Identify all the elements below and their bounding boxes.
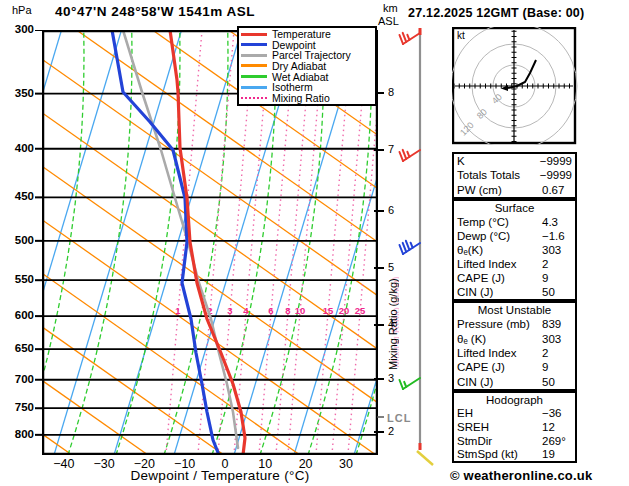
table-row-label: Lifted Index [457, 347, 516, 359]
surface-wind-marker [417, 451, 433, 465]
table-row-label: Totals Totals [457, 169, 520, 181]
table-row-label: Lifted Index [457, 258, 516, 270]
table-row-value: 50 [542, 376, 572, 388]
pressure-label: 500 [6, 234, 34, 246]
table-row-value: 9 [542, 361, 572, 373]
table-row-value: 303 [542, 244, 572, 256]
table-row: EH−36 [457, 407, 572, 419]
table-row-label: CAPE (J) [457, 272, 505, 284]
table-row: θₑ(K)303 [457, 244, 572, 256]
pressure-label: 650 [6, 342, 34, 354]
table-row-value: 303 [542, 333, 572, 345]
table-row-value: 269° [542, 435, 572, 447]
legend-label: Dewpoint [272, 40, 316, 50]
legend-swatch [241, 64, 267, 67]
mixing-ratio-value: 8 [285, 305, 290, 316]
pressure-label: 700 [6, 373, 34, 385]
legend-label: Wet Adiabat [272, 72, 328, 82]
wind-barb [400, 33, 421, 44]
table-row: SREH12 [457, 421, 572, 433]
legend-item: Temperature [241, 29, 373, 39]
pressure-label: 800 [6, 428, 34, 440]
indices-table: Most UnstablePressure (mb)839θₑ (K)303Li… [452, 301, 577, 391]
km-tick-label: 3 [388, 372, 394, 384]
legend-label: Parcel Trajectory [272, 50, 351, 60]
table-row-label: K [457, 155, 465, 167]
wind-barb [400, 378, 421, 389]
table-row-label: CAPE (J) [457, 361, 505, 373]
km-tick-label: 8 [388, 86, 394, 98]
table-row-label: θₑ(K) [457, 244, 483, 256]
mixing-ratio-value: 20 [339, 305, 350, 316]
pressure-label: 600 [6, 309, 34, 321]
table-row: θₑ (K)303 [457, 333, 572, 345]
legend-swatch [241, 86, 267, 89]
indices-table: HodographEH−36SREH12StmDir269°StmSpd (kt… [452, 391, 577, 463]
table-row: CAPE (J)9 [457, 361, 572, 373]
table-row-label: Pressure (mb) [457, 318, 530, 330]
table-row: Lifted Index2 [457, 347, 572, 359]
pressure-axis-unit: hPa [12, 4, 32, 16]
table-row: PW (cm)0.67 [457, 184, 572, 196]
credit: © weatheronline.co.uk [450, 468, 592, 483]
legend-swatch [241, 43, 267, 46]
table-row-label: StmSpd (kt) [457, 448, 518, 460]
table-row-value: −9999 [540, 155, 572, 167]
table-row: Totals Totals−9999 [457, 169, 572, 181]
table-row: Dewp (°C)−1.6 [457, 230, 572, 242]
table-section-header: Surface [457, 202, 572, 214]
wind-barb [400, 241, 421, 254]
table-row: Lifted Index2 [457, 258, 572, 270]
table-section-header: Most Unstable [457, 304, 572, 316]
mixing-ratio-value: 15 [323, 305, 334, 316]
table-row-label: CIN (J) [457, 376, 493, 388]
indices-table: SurfaceTemp (°C)4.3Dewp (°C)−1.6θₑ(K)303… [452, 199, 577, 301]
legend-label: Temperature [272, 29, 331, 39]
table-row-value: 9 [542, 272, 572, 284]
table-row: K−9999 [457, 155, 572, 167]
legend-swatch [241, 54, 267, 57]
legend-item: Parcel Trajectory [241, 50, 373, 60]
legend-swatch [241, 33, 267, 36]
x-axis-title: Dewpoint / Temperature (°C) [90, 468, 350, 483]
legend-label: Mixing Ratio [272, 93, 330, 103]
table-row-label: Dewp (°C) [457, 230, 510, 242]
table-row: Temp (°C)4.3 [457, 216, 572, 228]
km-tick-label: 2 [388, 425, 394, 437]
table-row-value: 2 [542, 258, 572, 270]
table-row-value: 2 [542, 347, 572, 359]
pressure-label: 400 [6, 142, 34, 154]
run-datetime: 27.12.2025 12GMT (Base: 00) [408, 6, 584, 20]
table-row-label: θₑ (K) [457, 333, 486, 345]
table-row: CIN (J)50 [457, 286, 572, 298]
wind-barb-column [395, 20, 440, 475]
pressure-label: 450 [6, 190, 34, 202]
legend-item: Dewpoint [241, 40, 373, 50]
mixing-ratio-value: 10 [295, 305, 306, 316]
pressure-label: 750 [6, 401, 34, 413]
table-row-value: 4.3 [542, 216, 572, 228]
table-row-value: 0.67 [542, 184, 572, 196]
table-row-value: −36 [542, 407, 572, 419]
table-row-value: 839 [542, 318, 572, 330]
table-row: Pressure (mb)839 [457, 318, 572, 330]
table-row: StmSpd (kt)19 [457, 448, 572, 460]
wind-barb [400, 150, 421, 161]
table-row: CAPE (J)9 [457, 272, 572, 284]
mixing-ratio-value: 3 [227, 305, 232, 316]
table-row-label: SREH [457, 421, 489, 433]
height-axis-unit-km: km [383, 2, 398, 14]
skewt-app: 40°47'N 248°58'W 1541m ASL hPa km ASL 27… [0, 0, 629, 486]
table-row-value: 50 [542, 286, 572, 298]
legend-item: Dry Adiabat [241, 61, 373, 71]
table-row-label: StmDir [457, 435, 492, 447]
table-row-value: 19 [542, 448, 572, 460]
temperature-tick-label: −40 [44, 457, 84, 471]
table-row-label: Temp (°C) [457, 216, 509, 228]
legend-item: Isotherm [241, 82, 373, 92]
km-tick-label: 7 [388, 143, 394, 155]
hodograph-unit: kt [457, 30, 465, 41]
mixing-ratio-value: 6 [268, 305, 273, 316]
mixing-ratio-value: 25 [355, 305, 366, 316]
pressure-label: 350 [6, 87, 34, 99]
